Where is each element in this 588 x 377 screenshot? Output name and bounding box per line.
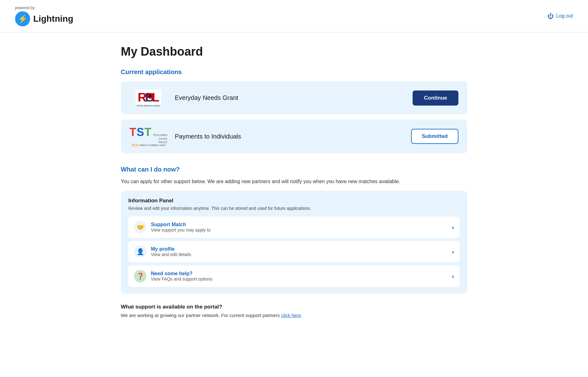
- my-profile-chevron-icon: ›: [452, 248, 454, 255]
- help-chevron-icon: ›: [452, 273, 454, 280]
- info-item-support-match[interactable]: 🤝 Support Match View support you may app…: [128, 216, 460, 238]
- help-title: Need some help?: [151, 271, 452, 276]
- support-match-content: Support Match View support you may apply…: [151, 222, 452, 232]
- help-subtitle: View FAQs and support options: [151, 276, 452, 281]
- header-left: powered by: ⚡ Lightning: [15, 6, 73, 26]
- tst-tagline: when it matters most: [139, 144, 165, 147]
- my-profile-content: My profile View and edit details: [151, 246, 452, 257]
- continue-button-rbl[interactable]: Continue: [413, 90, 458, 106]
- help-icon: ❓: [134, 270, 147, 282]
- support-desc-post: .: [301, 313, 302, 318]
- tst-yes-label: YES: [131, 143, 138, 147]
- tst-letter-t1: T: [129, 126, 136, 139]
- tst-letter-s: S: [136, 126, 144, 139]
- help-content: Need some help? View FAQs and support op…: [151, 271, 452, 281]
- submitted-button-tst[interactable]: Submitted: [411, 129, 458, 144]
- logout-label: Log out: [556, 13, 573, 19]
- info-panel-description: Review and edit your information anytime…: [128, 206, 460, 211]
- lightning-bolt-icon: ⚡: [18, 15, 28, 23]
- svg-text:ROYAL BRITISH LEGION: ROYAL BRITISH LEGION: [137, 105, 160, 107]
- application-card-tst: T S T TEACHING STAFF TRUST YES when it m…: [121, 119, 467, 153]
- current-applications-title: Current applications: [121, 68, 467, 76]
- tst-app-name: Payments to Individuals: [175, 133, 404, 140]
- support-title: What support is available on the portal?: [121, 304, 467, 310]
- powered-by-label: powered by:: [15, 6, 35, 10]
- tst-logo: T S T TEACHING STAFF TRUST YES when it m…: [130, 126, 167, 147]
- support-match-subtitle: View support you may apply to: [151, 227, 452, 232]
- current-applications-section: Current applications R B L ROYAL B: [121, 68, 467, 153]
- information-panel: Information Panel Review and edit your i…: [121, 191, 467, 294]
- click-here-link[interactable]: click here: [281, 313, 301, 318]
- header: powered by: ⚡ Lightning ⏻ Log out: [0, 0, 588, 32]
- support-match-icon: 🤝: [134, 221, 147, 233]
- tst-subtitle: TEACHING STAFF TRUST: [153, 134, 168, 145]
- main-content: My Dashboard Current applications R B L: [106, 32, 482, 337]
- page-title: My Dashboard: [121, 45, 467, 58]
- what-description: You can apply for other support below. W…: [121, 179, 467, 184]
- info-item-help[interactable]: ❓ Need some help? View FAQs and support …: [128, 265, 460, 287]
- rbl-logo: R B L ROYAL BRITISH LEGION: [130, 88, 167, 108]
- logo-row: ⚡ Lightning: [15, 11, 73, 26]
- rbl-app-name: Everyday Needs Grant: [175, 94, 405, 101]
- my-profile-icon: 👤: [134, 245, 147, 258]
- support-description: We are working at growing our partner ne…: [121, 313, 467, 318]
- lightning-logo-circle: ⚡: [15, 11, 30, 26]
- logout-button[interactable]: ⏻ Log out: [548, 13, 573, 20]
- svg-text:L: L: [152, 90, 159, 104]
- app-name-label: Lightning: [33, 14, 73, 24]
- support-section: What support is available on the portal?…: [121, 304, 467, 318]
- application-card-rbl: R B L ROYAL BRITISH LEGION Everyday Need…: [121, 81, 467, 114]
- support-desc-pre: We are working at growing our partner ne…: [121, 313, 281, 318]
- my-profile-title: My profile: [151, 246, 452, 252]
- what-section: What can I do now? You can apply for oth…: [121, 166, 467, 294]
- support-match-chevron-icon: ›: [452, 224, 454, 231]
- info-panel-title: Information Panel: [128, 198, 460, 204]
- info-item-my-profile[interactable]: 👤 My profile View and edit details ›: [128, 241, 460, 262]
- tst-letter-t2: T: [144, 126, 151, 139]
- support-match-title: Support Match: [151, 222, 452, 227]
- my-profile-subtitle: View and edit details: [151, 252, 452, 257]
- logout-icon: ⏻: [548, 13, 554, 20]
- svg-point-4: [149, 95, 151, 97]
- what-title: What can I do now?: [121, 166, 467, 173]
